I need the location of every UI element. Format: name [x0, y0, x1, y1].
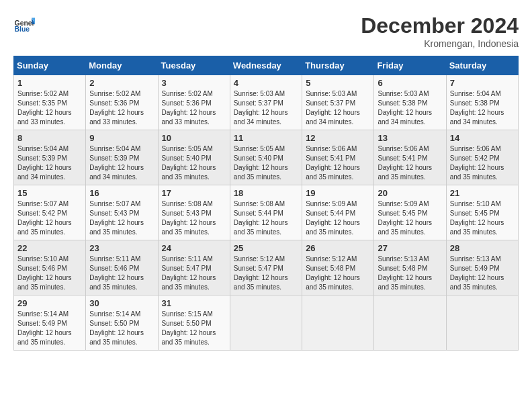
calendar-week-row: 15Sunrise: 5:07 AMSunset: 5:42 PMDayligh…	[14, 185, 519, 240]
day-detail: Sunrise: 5:08 AMSunset: 5:44 PMDaylight:…	[234, 199, 298, 237]
calendar-table: Sunday Monday Tuesday Wednesday Thursday…	[13, 56, 519, 351]
day-number: 12	[306, 133, 370, 143]
svg-text:Blue: Blue	[15, 26, 30, 33]
calendar-title: December 2024	[361, 13, 519, 38]
day-detail: Sunrise: 5:06 AMSunset: 5:42 PMDaylight:…	[450, 144, 515, 182]
table-row: 12Sunrise: 5:06 AMSunset: 5:41 PMDayligh…	[302, 130, 374, 185]
day-number: 21	[450, 188, 515, 198]
table-row: 3Sunrise: 5:02 AMSunset: 5:36 PMDaylight…	[158, 75, 230, 130]
table-row: 1Sunrise: 5:02 AMSunset: 5:35 PMDaylight…	[14, 75, 86, 130]
day-number: 23	[89, 243, 154, 253]
table-row: 28Sunrise: 5:13 AMSunset: 5:49 PMDayligh…	[446, 240, 518, 295]
day-number: 14	[450, 133, 515, 143]
table-row: 8Sunrise: 5:04 AMSunset: 5:39 PMDaylight…	[14, 130, 86, 185]
table-row: 11Sunrise: 5:05 AMSunset: 5:40 PMDayligh…	[230, 130, 302, 185]
day-number: 3	[162, 78, 226, 88]
day-number: 1	[17, 78, 82, 88]
table-row: 4Sunrise: 5:03 AMSunset: 5:37 PMDaylight…	[230, 75, 302, 130]
day-number: 20	[378, 188, 442, 198]
day-detail: Sunrise: 5:03 AMSunset: 5:37 PMDaylight:…	[306, 89, 370, 127]
day-number: 26	[306, 243, 370, 253]
table-row: 20Sunrise: 5:09 AMSunset: 5:45 PMDayligh…	[374, 185, 446, 240]
table-row	[446, 295, 518, 351]
day-detail: Sunrise: 5:05 AMSunset: 5:40 PMDaylight:…	[234, 144, 298, 182]
day-number: 18	[234, 188, 298, 198]
day-detail: Sunrise: 5:02 AMSunset: 5:36 PMDaylight:…	[89, 89, 154, 127]
day-detail: Sunrise: 5:15 AMSunset: 5:50 PMDaylight:…	[162, 310, 226, 347]
table-row: 23Sunrise: 5:11 AMSunset: 5:46 PMDayligh…	[86, 240, 158, 295]
day-detail: Sunrise: 5:10 AMSunset: 5:45 PMDaylight:…	[450, 199, 515, 237]
calendar-header-row: Sunday Monday Tuesday Wednesday Thursday…	[14, 56, 519, 75]
day-detail: Sunrise: 5:09 AMSunset: 5:45 PMDaylight:…	[378, 199, 442, 237]
logo: General Blue	[13, 13, 35, 35]
day-number: 10	[162, 133, 226, 143]
day-detail: Sunrise: 5:09 AMSunset: 5:44 PMDaylight:…	[306, 199, 370, 237]
table-row: 7Sunrise: 5:04 AMSunset: 5:38 PMDaylight…	[446, 75, 518, 130]
day-number: 13	[378, 133, 442, 143]
day-detail: Sunrise: 5:10 AMSunset: 5:46 PMDaylight:…	[17, 255, 82, 292]
day-number: 2	[89, 78, 154, 88]
col-sunday: Sunday	[14, 56, 86, 75]
table-row: 14Sunrise: 5:06 AMSunset: 5:42 PMDayligh…	[446, 130, 518, 185]
day-number: 28	[450, 243, 515, 253]
table-row: 25Sunrise: 5:12 AMSunset: 5:47 PMDayligh…	[230, 240, 302, 295]
day-detail: Sunrise: 5:06 AMSunset: 5:41 PMDaylight:…	[306, 144, 370, 182]
col-tuesday: Tuesday	[158, 56, 230, 75]
table-row: 10Sunrise: 5:05 AMSunset: 5:40 PMDayligh…	[158, 130, 230, 185]
table-row: 24Sunrise: 5:11 AMSunset: 5:47 PMDayligh…	[158, 240, 230, 295]
day-detail: Sunrise: 5:11 AMSunset: 5:47 PMDaylight:…	[162, 255, 226, 292]
table-row: 6Sunrise: 5:03 AMSunset: 5:38 PMDaylight…	[374, 75, 446, 130]
calendar-week-row: 29Sunrise: 5:14 AMSunset: 5:49 PMDayligh…	[14, 295, 519, 351]
day-detail: Sunrise: 5:12 AMSunset: 5:47 PMDaylight:…	[234, 255, 298, 292]
table-row: 22Sunrise: 5:10 AMSunset: 5:46 PMDayligh…	[14, 240, 86, 295]
table-row: 21Sunrise: 5:10 AMSunset: 5:45 PMDayligh…	[446, 185, 518, 240]
calendar-week-row: 1Sunrise: 5:02 AMSunset: 5:35 PMDaylight…	[14, 75, 519, 130]
day-number: 27	[378, 243, 442, 253]
table-row: 15Sunrise: 5:07 AMSunset: 5:42 PMDayligh…	[14, 185, 86, 240]
day-detail: Sunrise: 5:04 AMSunset: 5:38 PMDaylight:…	[450, 89, 515, 127]
table-row: 16Sunrise: 5:07 AMSunset: 5:43 PMDayligh…	[86, 185, 158, 240]
col-wednesday: Wednesday	[230, 56, 302, 75]
day-number: 9	[89, 133, 154, 143]
col-friday: Friday	[374, 56, 446, 75]
col-saturday: Saturday	[446, 56, 518, 75]
col-thursday: Thursday	[302, 56, 374, 75]
day-number: 4	[234, 78, 298, 88]
day-detail: Sunrise: 5:03 AMSunset: 5:38 PMDaylight:…	[378, 89, 442, 127]
table-row: 27Sunrise: 5:13 AMSunset: 5:48 PMDayligh…	[374, 240, 446, 295]
day-number: 15	[17, 188, 82, 198]
logo-icon: General Blue	[13, 13, 35, 35]
day-number: 31	[162, 298, 226, 308]
table-row: 29Sunrise: 5:14 AMSunset: 5:49 PMDayligh…	[14, 295, 86, 351]
day-number: 8	[17, 133, 82, 143]
day-detail: Sunrise: 5:04 AMSunset: 5:39 PMDaylight:…	[17, 144, 82, 182]
calendar-week-row: 8Sunrise: 5:04 AMSunset: 5:39 PMDaylight…	[14, 130, 519, 185]
day-number: 6	[378, 78, 442, 88]
col-monday: Monday	[86, 56, 158, 75]
day-detail: Sunrise: 5:02 AMSunset: 5:36 PMDaylight:…	[162, 89, 226, 127]
day-number: 30	[89, 298, 154, 308]
table-row	[302, 295, 374, 351]
day-detail: Sunrise: 5:07 AMSunset: 5:43 PMDaylight:…	[89, 199, 154, 237]
day-detail: Sunrise: 5:03 AMSunset: 5:37 PMDaylight:…	[234, 89, 298, 127]
day-number: 19	[306, 188, 370, 198]
day-number: 5	[306, 78, 370, 88]
table-row: 31Sunrise: 5:15 AMSunset: 5:50 PMDayligh…	[158, 295, 230, 351]
table-row: 19Sunrise: 5:09 AMSunset: 5:44 PMDayligh…	[302, 185, 374, 240]
calendar-week-row: 22Sunrise: 5:10 AMSunset: 5:46 PMDayligh…	[14, 240, 519, 295]
day-detail: Sunrise: 5:05 AMSunset: 5:40 PMDaylight:…	[162, 144, 226, 182]
day-detail: Sunrise: 5:07 AMSunset: 5:42 PMDaylight:…	[17, 199, 82, 237]
day-detail: Sunrise: 5:14 AMSunset: 5:50 PMDaylight:…	[89, 310, 154, 347]
title-block: December 2024 Kromengan, Indonesia	[361, 13, 519, 49]
day-number: 17	[162, 188, 226, 198]
day-number: 29	[17, 298, 82, 308]
day-detail: Sunrise: 5:13 AMSunset: 5:48 PMDaylight:…	[378, 255, 442, 292]
table-row: 5Sunrise: 5:03 AMSunset: 5:37 PMDaylight…	[302, 75, 374, 130]
day-detail: Sunrise: 5:02 AMSunset: 5:35 PMDaylight:…	[17, 89, 82, 127]
table-row: 18Sunrise: 5:08 AMSunset: 5:44 PMDayligh…	[230, 185, 302, 240]
table-row: 9Sunrise: 5:04 AMSunset: 5:39 PMDaylight…	[86, 130, 158, 185]
day-detail: Sunrise: 5:11 AMSunset: 5:46 PMDaylight:…	[89, 255, 154, 292]
page-header: General Blue December 2024 Kromengan, In…	[13, 13, 519, 49]
day-detail: Sunrise: 5:06 AMSunset: 5:41 PMDaylight:…	[378, 144, 442, 182]
table-row	[374, 295, 446, 351]
